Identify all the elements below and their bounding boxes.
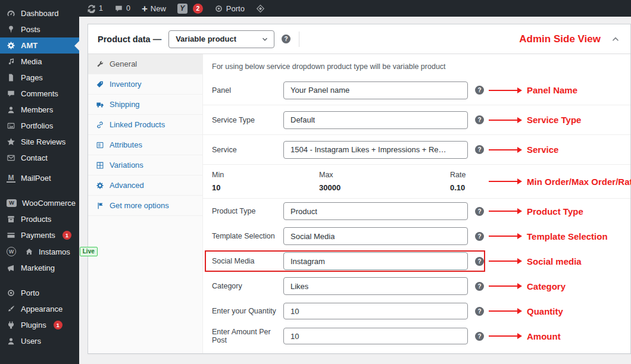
social-media-select[interactable]: Instagram	[283, 252, 468, 270]
sidebar-item-site-reviews[interactable]: Site Reviews	[0, 134, 79, 150]
enter-amount-per-post-input[interactable]	[283, 328, 468, 344]
tab-advanced[interactable]: Advanced	[88, 175, 202, 196]
sidebar-item-pages[interactable]: Pages	[0, 70, 79, 86]
sidebar-item-woocommerce[interactable]: WWooCommerce	[0, 195, 79, 211]
gear-icon	[7, 41, 15, 50]
category-select[interactable]: Likes	[283, 277, 468, 295]
sidebar-item-label: MailPoet	[21, 174, 51, 183]
sidebar-item-plugins[interactable]: Plugins1	[0, 317, 79, 333]
field-row-social-media: Social MediaInstagram?Social media	[203, 249, 630, 274]
service-type-select[interactable]: Default	[283, 111, 468, 129]
topbar-item-porto[interactable]: Porto	[211, 0, 248, 17]
sidebar-item-dashboard[interactable]: Dashboard	[0, 5, 79, 21]
select-value: Product	[290, 207, 317, 216]
red-annotation: Min Order/Max Order/Rate	[489, 177, 631, 187]
arrow-head-icon	[517, 87, 522, 93]
help-icon[interactable]: ?	[475, 115, 484, 124]
sidebar-item-porto[interactable]: Porto	[0, 285, 79, 301]
sidebar-item-marketing[interactable]: Marketing	[0, 260, 79, 276]
sidebar-item-payments[interactable]: Payments1	[0, 227, 79, 243]
tab-variations[interactable]: Variations	[88, 155, 202, 175]
tag-icon	[96, 80, 104, 89]
arrow-head-icon	[517, 233, 522, 239]
sidebar-item-comments[interactable]: Comments	[0, 86, 79, 102]
sidebar-item-products[interactable]: Products	[0, 211, 79, 227]
sidebar-item-label: Plugins	[21, 321, 46, 330]
tab-shipping[interactable]: Shipping	[88, 95, 202, 115]
topbar-item-update[interactable]: 1	[84, 0, 106, 17]
pages-icon	[7, 73, 15, 82]
red-annotation: Template Selection	[489, 231, 608, 241]
sidebar-item-posts[interactable]: Posts	[0, 21, 79, 37]
main-area: 10+NewY2Porto Product data — Variable pr…	[79, 0, 631, 364]
tab-linked-products[interactable]: Linked Products	[88, 115, 202, 135]
sidebar-item-users[interactable]: Users	[0, 333, 79, 349]
home-icon	[25, 247, 33, 256]
help-icon[interactable]: ?	[475, 86, 484, 95]
sidebar-item-label: Products	[21, 215, 51, 224]
tab-general[interactable]: General	[88, 54, 202, 74]
help-icon[interactable]: ?	[475, 332, 484, 341]
help-icon[interactable]: ?	[475, 232, 484, 241]
field-row-template-selection: Template SelectionSocial Media?Template …	[203, 224, 630, 249]
gear-icon	[96, 181, 104, 190]
collapse-panel-icon[interactable]	[610, 34, 621, 45]
topbar-count: 0	[126, 4, 130, 12]
red-annotation: Panel Name	[489, 85, 577, 95]
topbar-item-new[interactable]: +New	[139, 0, 169, 17]
tab-get-more-options[interactable]: Get more options	[88, 196, 202, 216]
plus-icon: +	[142, 4, 148, 14]
help-icon[interactable]: ?	[475, 307, 484, 316]
chevron-down-icon	[454, 116, 463, 124]
help-icon[interactable]: ?	[475, 257, 484, 266]
sidebar-item-contact[interactable]: Contact	[0, 150, 79, 166]
help-icon[interactable]: ?	[475, 207, 484, 216]
field-row-panel: PanelYour Panel name?Panel Name	[203, 76, 630, 105]
annotation-text: Quantity	[527, 306, 563, 316]
panel-select[interactable]: Your Panel name	[283, 81, 468, 99]
arrow-line	[489, 90, 517, 91]
sidebar-item-members[interactable]: Members	[0, 102, 79, 118]
sidebar-item-mailpoet[interactable]: MMailPoet	[0, 170, 79, 186]
yoast-icon: Y	[177, 4, 188, 14]
page-content: Product data — Variable product ? Admin …	[79, 17, 631, 364]
card-icon	[7, 231, 15, 240]
sidebar-item-portfolios[interactable]: Portfolios	[0, 118, 79, 134]
topbar-item-yoast[interactable]: Y2	[174, 0, 206, 17]
field-row-enter-your-quantity: Enter your Quantity?Quantity	[203, 299, 630, 324]
truck-icon	[96, 101, 104, 109]
stat-label: Max	[319, 171, 450, 179]
product-type-select[interactable]: Product	[283, 202, 468, 220]
tab-attributes[interactable]: Attributes	[88, 135, 202, 155]
enter-your-quantity-input[interactable]	[283, 303, 468, 319]
topbar-item-comments[interactable]: 0	[111, 0, 133, 17]
tab-inventory[interactable]: Inventory	[88, 74, 202, 95]
service-select[interactable]: 1504 - Instagram Likes + Impressions + R…	[283, 141, 468, 159]
sidebar-item-label: AMT	[21, 41, 38, 50]
box-icon	[7, 215, 15, 224]
media-icon	[7, 57, 15, 66]
sidebar-item-label: Site Reviews	[21, 137, 65, 146]
help-icon[interactable]: ?	[282, 34, 290, 43]
sidebar-item-media[interactable]: Media	[0, 54, 79, 70]
stat-value: 10	[212, 183, 319, 192]
sidebar-item-label: Members	[21, 105, 53, 114]
wordpress-admin: DashboardPostsAMTMediaPagesCommentsMembe…	[0, 0, 631, 364]
red-annotation: Category	[489, 281, 566, 291]
arrow-head-icon	[517, 333, 522, 339]
list-icon	[96, 141, 104, 149]
sidebar-item-appearance[interactable]: Appearance	[0, 301, 79, 317]
red-annotation: Service Type	[489, 115, 581, 125]
comments-icon	[7, 89, 15, 98]
sidebar-item-instamos[interactable]: WInstamosLive	[0, 243, 79, 260]
sidebar-item-amt[interactable]: AMT	[0, 37, 79, 54]
select-value: Default	[290, 115, 315, 124]
arrow-head-icon	[517, 178, 522, 184]
arrow-line	[489, 261, 517, 262]
product-type-select[interactable]: Variable product	[168, 30, 274, 48]
help-icon[interactable]: ?	[475, 282, 484, 291]
template-selection-select[interactable]: Social Media	[283, 227, 468, 245]
topbar-item-diamond[interactable]	[253, 0, 268, 17]
sidebar-item-label: WooCommerce	[22, 199, 76, 208]
help-icon[interactable]: ?	[475, 145, 484, 154]
